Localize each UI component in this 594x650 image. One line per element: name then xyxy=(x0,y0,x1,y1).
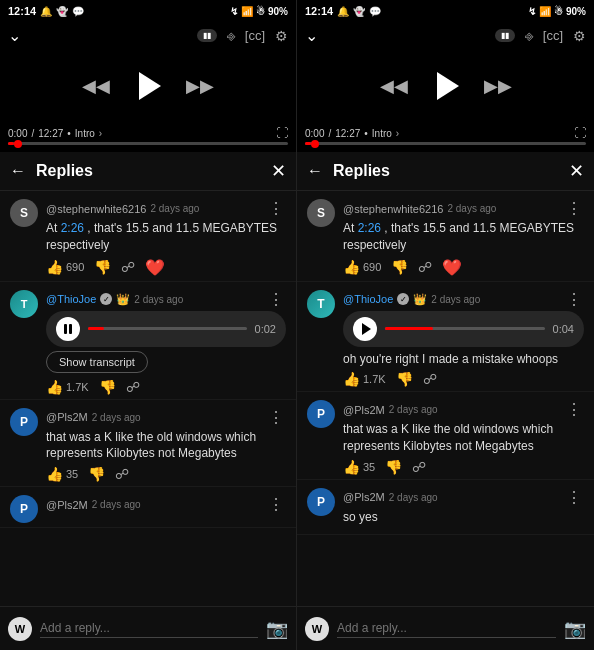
user-avatar-right: W xyxy=(305,617,329,641)
thumbs-down-icon: 👎 xyxy=(99,379,116,395)
audio-waveform xyxy=(88,327,247,330)
skip-next-right[interactable]: ▶▶ xyxy=(484,75,512,97)
like-button[interactable]: 👍 690 xyxy=(46,259,84,275)
reply-button[interactable]: ☍ xyxy=(412,459,426,475)
fullscreen-icon-right[interactable]: ⛶ xyxy=(574,126,586,140)
comment-text: At 2:26 , that's 15.5 and 11.5 MEGABYTES… xyxy=(46,220,286,254)
fullscreen-icon-left[interactable]: ⛶ xyxy=(276,126,288,140)
avatar: T xyxy=(307,290,335,318)
reply-input-left[interactable] xyxy=(40,619,258,638)
more-button[interactable]: ⋮ xyxy=(564,488,584,507)
pause-pill-right[interactable]: ▮▮ xyxy=(495,29,515,42)
audio-pause-button[interactable] xyxy=(56,317,80,341)
comment-text: so yes xyxy=(343,509,584,526)
audio-player[interactable]: 0:02 xyxy=(46,311,286,347)
skip-prev-right[interactable]: ◀◀ xyxy=(380,75,408,97)
comment-item: P @Pls2M 2 days ago ⋮ so yes xyxy=(297,480,594,535)
back-button-left[interactable]: ← xyxy=(10,162,26,180)
audio-time-r: 0:04 xyxy=(553,323,574,335)
comment-time: 2 days ago xyxy=(431,294,480,305)
like-button[interactable]: 👍 1.7K xyxy=(343,371,386,387)
more-button[interactable]: ⋮ xyxy=(266,290,286,309)
like-count: 690 xyxy=(66,261,84,273)
username: @ThioJoe xyxy=(46,293,96,305)
more-button[interactable]: ⋮ xyxy=(266,199,286,218)
reply-button[interactable]: ☍ xyxy=(115,466,129,482)
more-button[interactable]: ⋮ xyxy=(266,408,286,427)
thumbs-up-icon: 👍 xyxy=(343,459,360,475)
pause-pill-left[interactable]: ▮▮ xyxy=(197,29,217,42)
chapter-right: Intro xyxy=(372,128,392,139)
reply-button[interactable]: ☍ xyxy=(121,259,135,275)
audio-player-r[interactable]: 0:04 xyxy=(343,311,584,347)
play-button-right[interactable] xyxy=(428,68,464,104)
progress-bar-left[interactable] xyxy=(8,142,288,145)
dislike-button[interactable]: 👎 xyxy=(391,259,408,275)
timestamp-link[interactable]: 2:26 xyxy=(61,221,84,235)
cast-icon-left[interactable]: ⎆ xyxy=(227,28,235,44)
audio-play-button-r[interactable] xyxy=(353,317,377,341)
thumbs-down-icon: 👎 xyxy=(391,259,408,275)
camera-icon-left[interactable]: 📷 xyxy=(266,618,288,640)
more-button[interactable]: ⋮ xyxy=(266,495,286,514)
like-button[interactable]: 👍 1.7K xyxy=(46,379,89,395)
reply-button[interactable]: ☍ xyxy=(418,259,432,275)
camera-icon-right[interactable]: 📷 xyxy=(564,618,586,640)
reply-button[interactable]: ☍ xyxy=(423,371,437,387)
bluetooth-icon-left: ↯ xyxy=(230,6,238,17)
comment-item: P @Pls2M 2 days ago ⋮ that was a K like … xyxy=(0,400,296,488)
comment-time: 2 days ago xyxy=(134,294,183,305)
comment-text: that was a K like the old windows which … xyxy=(46,429,286,463)
like-button[interactable]: 👍 35 xyxy=(343,459,375,475)
dislike-button[interactable]: 👎 xyxy=(88,466,105,482)
chevron-down-icon-right[interactable]: ⌄ xyxy=(305,26,318,45)
like-button[interactable]: 👍 690 xyxy=(343,259,381,275)
cc-icon-right[interactable]: [cc] xyxy=(543,28,563,43)
reply-icon: ☍ xyxy=(126,379,140,395)
audio-waveform-r xyxy=(385,327,545,330)
cast-icon-right[interactable]: ⎆ xyxy=(525,28,533,44)
close-button-left[interactable]: ✕ xyxy=(271,160,286,182)
like-button[interactable]: 👍 35 xyxy=(46,466,78,482)
back-button-right[interactable]: ← xyxy=(307,162,323,180)
avatar-emoji: ❤️ xyxy=(145,258,165,277)
more-button[interactable]: ⋮ xyxy=(564,199,584,218)
video-player-right: ⌄ ▮▮ ⎆ [cc] ⚙ ◀◀ ▶▶ 0:00 / 12:2 xyxy=(297,22,594,152)
dislike-button[interactable]: 👎 xyxy=(94,259,111,275)
notif-icon-r: 🔔 xyxy=(337,6,349,17)
dislike-button[interactable]: 👎 xyxy=(385,459,402,475)
status-bar-right: 12:14 🔔 👻 💬 ↯ 📶 ☃ 90% xyxy=(297,0,594,22)
more-button[interactable]: ⋮ xyxy=(564,290,584,309)
close-button-right[interactable]: ✕ xyxy=(569,160,584,182)
chevron-down-icon-left[interactable]: ⌄ xyxy=(8,26,21,45)
total-time-right: 12:27 xyxy=(335,128,360,139)
progress-bar-right[interactable] xyxy=(305,142,586,145)
replies-title-left: Replies xyxy=(36,162,271,180)
thumbs-down-icon: 👎 xyxy=(94,259,111,275)
settings-icon-right[interactable]: ⚙ xyxy=(573,28,586,44)
reply-icon: ☍ xyxy=(418,259,432,275)
current-time-right: 0:00 xyxy=(305,128,324,139)
reply-icon: ☍ xyxy=(423,371,437,387)
username: @Pls2M xyxy=(343,404,385,416)
msg-icon-r: 💬 xyxy=(369,6,381,17)
dislike-button[interactable]: 👎 xyxy=(99,379,116,395)
transcript-button[interactable]: Show transcript xyxy=(46,351,148,373)
settings-icon-left[interactable]: ⚙ xyxy=(275,28,288,44)
reply-button[interactable]: ☍ xyxy=(126,379,140,395)
play-button-left[interactable] xyxy=(130,68,166,104)
cc-icon-left[interactable]: [cc] xyxy=(245,28,265,43)
skip-prev-left[interactable]: ◀◀ xyxy=(82,75,110,97)
more-button[interactable]: ⋮ xyxy=(564,400,584,419)
dislike-button[interactable]: 👎 xyxy=(396,371,413,387)
comment-text: At 2:26 , that's 15.5 and 11.5 MEGABYTES… xyxy=(343,220,584,254)
reply-input-right[interactable] xyxy=(337,619,556,638)
battery-left: 90% xyxy=(268,6,288,17)
timestamp-link[interactable]: 2:26 xyxy=(358,221,381,235)
avatar: P xyxy=(10,495,38,523)
snap-icon-r: 👻 xyxy=(353,6,365,17)
time-left: 12:14 xyxy=(8,5,36,17)
comment-time: 2 days ago xyxy=(447,203,496,214)
signal-icon-left: ☃ xyxy=(256,6,265,17)
skip-next-left[interactable]: ▶▶ xyxy=(186,75,214,97)
